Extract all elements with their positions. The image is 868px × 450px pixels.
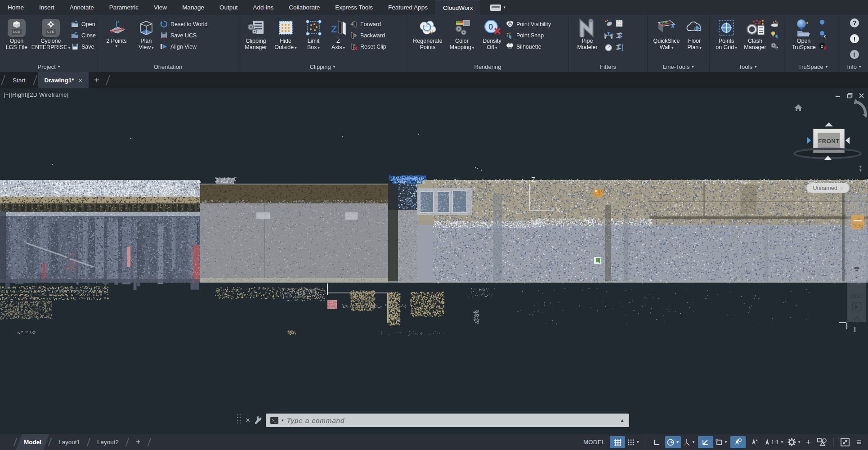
- cyclone-enterprise-button[interactable]: CYE Cyclone ENTERPRISE▾: [31, 17, 71, 51]
- rotate-arrow-icon[interactable]: [854, 99, 867, 122]
- points-on-grid-button[interactable]: Points on Grid▾: [712, 17, 740, 51]
- navbar-collapse-icon[interactable]: ▾▾: [859, 165, 862, 172]
- command-history-icon[interactable]: ▲: [620, 418, 625, 423]
- strip-grip-icon[interactable]: [853, 266, 860, 274]
- viewcube-up-arrow[interactable]: [825, 122, 833, 126]
- home-icon[interactable]: [794, 104, 802, 113]
- tab-layout2[interactable]: Layout2: [91, 434, 125, 450]
- tab-layout1[interactable]: Layout1: [53, 434, 86, 450]
- project-save-button[interactable]: Save: [71, 41, 96, 52]
- fit-gauge-button[interactable]: [604, 44, 613, 54]
- truspace-side-toolbar[interactable]: ▾: [847, 194, 866, 322]
- panel-label-truspace[interactable]: TruSpace▾: [786, 61, 840, 72]
- panel-label-info[interactable]: Info▾: [840, 62, 868, 72]
- grid-toggle[interactable]: [610, 436, 625, 448]
- truspace-view-button[interactable]: [819, 29, 826, 40]
- panel-label-tools[interactable]: Tools▾: [710, 61, 786, 72]
- strip-play-button[interactable]: [852, 302, 862, 313]
- workspace-switching-button[interactable]: ▼: [786, 436, 802, 448]
- ortho-toggle[interactable]: [649, 436, 664, 448]
- plan-view-button[interactable]: Plan View▾: [132, 17, 160, 51]
- tab-addins[interactable]: Add-ins: [245, 0, 281, 15]
- point-visibility-button[interactable]: Point Visibility: [506, 18, 551, 30]
- panel-label-orientation[interactable]: Orientation: [98, 61, 238, 72]
- tab-start[interactable]: Start: [6, 72, 32, 88]
- clip-forward-button[interactable]: Forward: [350, 18, 386, 30]
- tab-collaborate[interactable]: Collaborate: [281, 0, 327, 15]
- isodraft-toggle[interactable]: ▼: [682, 436, 697, 448]
- close-icon[interactable]: ×: [79, 76, 83, 84]
- quickslice-wall-button[interactable]: QuickSlice Wall▾: [650, 17, 683, 51]
- panel-label-rendering[interactable]: Rendering: [407, 61, 568, 72]
- object-snap-tracking-toggle[interactable]: [698, 436, 713, 448]
- drag-handle-icon[interactable]: [237, 414, 242, 426]
- regenerate-points-button[interactable]: RegeneratePoints: [410, 17, 446, 50]
- tab-home[interactable]: Home: [0, 0, 31, 15]
- panel-label-line-tools[interactable]: Line-Tools▾: [648, 61, 709, 72]
- tab-model[interactable]: Model: [18, 434, 47, 450]
- limit-box-button[interactable]: Limit Box▾: [300, 17, 327, 51]
- clip-backward-button[interactable]: Backward: [350, 30, 386, 41]
- info-help-button[interactable]: ?: [849, 18, 860, 30]
- project-open-button[interactable]: Open: [71, 18, 96, 30]
- reset-clip-button[interactable]: Reset Clip: [350, 41, 386, 52]
- fit-steel-beam-button[interactable]: [615, 32, 624, 41]
- annotation-visibility-toggle[interactable]: [730, 436, 746, 448]
- truspace-close-button[interactable]: o: [819, 40, 826, 51]
- z-axis-button[interactable]: Z Z Axis▾: [327, 17, 350, 51]
- clean-screen-button[interactable]: [837, 436, 853, 448]
- reset-to-world-button[interactable]: Reset to World: [160, 18, 207, 30]
- strip-circle-icon[interactable]: [854, 317, 860, 325]
- color-mapping-button[interactable]: Color Mapping▾: [446, 17, 478, 51]
- annotation-scale-button[interactable]: 1:1▼: [763, 436, 785, 448]
- two-points-button[interactable]: z 2 Points ▾: [101, 17, 132, 48]
- point-cloud-canvas[interactable]: [0, 88, 868, 434]
- truspace-locate-button[interactable]: [819, 18, 826, 29]
- tab-manage[interactable]: Manage: [174, 0, 212, 15]
- isolate-objects-button[interactable]: [814, 436, 830, 448]
- tab-cloudworx[interactable]: CloudWorx: [435, 0, 481, 15]
- ribbon-display-toggle[interactable]: ▾: [487, 0, 509, 15]
- floor-plan-button[interactable]: Floor Plan▾: [683, 17, 706, 51]
- viewcube-left-arrow[interactable]: [807, 137, 811, 144]
- close-command-icon[interactable]: ×: [246, 416, 250, 425]
- truspace-name-pill[interactable]: Unnamed▽: [806, 183, 850, 193]
- tab-drawing1[interactable]: Drawing1* ×: [38, 72, 89, 88]
- panel-label-project[interactable]: Project▾: [0, 61, 98, 72]
- tab-view[interactable]: View: [146, 0, 174, 15]
- point-snap-button[interactable]: Point Snap: [506, 30, 551, 41]
- new-drawing-button[interactable]: +: [89, 72, 105, 88]
- fit-beam-length-button[interactable]: [615, 44, 624, 54]
- command-input[interactable]: >_ ▾ Type a command ▲: [266, 414, 629, 427]
- annotation-autoscale-toggle[interactable]: [747, 436, 762, 448]
- save-ucs-button[interactable]: Save UCS: [160, 30, 207, 41]
- info-about-button[interactable]: i: [849, 49, 860, 62]
- strip-caret-icon[interactable]: ▾: [856, 275, 858, 279]
- polar-tracking-toggle[interactable]: ▼: [665, 436, 681, 448]
- tool-light-button[interactable]: [770, 29, 778, 40]
- clash-manager-button[interactable]: ClashManager: [740, 17, 770, 50]
- panel-label-fitters[interactable]: Fitters: [569, 61, 647, 72]
- wrench-icon[interactable]: [254, 415, 261, 426]
- fit-valve-button[interactable]: [604, 32, 613, 41]
- tab-express-tools[interactable]: Express Tools: [327, 0, 380, 15]
- viewcube-right-arrow[interactable]: [846, 137, 850, 144]
- fit-grid-plate-button[interactable]: [615, 19, 624, 29]
- fit-sprinkler-button[interactable]: [604, 19, 613, 29]
- silhouette-button[interactable]: Silhouette: [506, 41, 551, 52]
- align-view-button[interactable]: Align View: [160, 41, 207, 52]
- panel-label-clipping[interactable]: Clipping▾: [238, 61, 407, 72]
- tab-annotate[interactable]: Annotate: [62, 0, 102, 15]
- pipe-modeler-button[interactable]: PipeModeler: [572, 17, 603, 50]
- chevron-down-icon[interactable]: ▾: [282, 418, 284, 423]
- strip-frames-icon[interactable]: [850, 292, 863, 300]
- open-truspace-button[interactable]: OpenTruSpace: [789, 17, 819, 50]
- info-alert-button[interactable]: !: [849, 33, 860, 46]
- tab-parametric[interactable]: Parametric: [102, 0, 146, 15]
- project-close-button[interactable]: Close: [71, 30, 96, 41]
- object-snap-toggle[interactable]: ▼: [714, 436, 729, 448]
- new-layout-button[interactable]: +: [130, 434, 147, 450]
- hide-outside-button[interactable]: Hide Outside▾: [271, 17, 300, 51]
- customization-plus-button[interactable]: +: [803, 437, 814, 447]
- tool-settings-button[interactable]: [770, 40, 778, 51]
